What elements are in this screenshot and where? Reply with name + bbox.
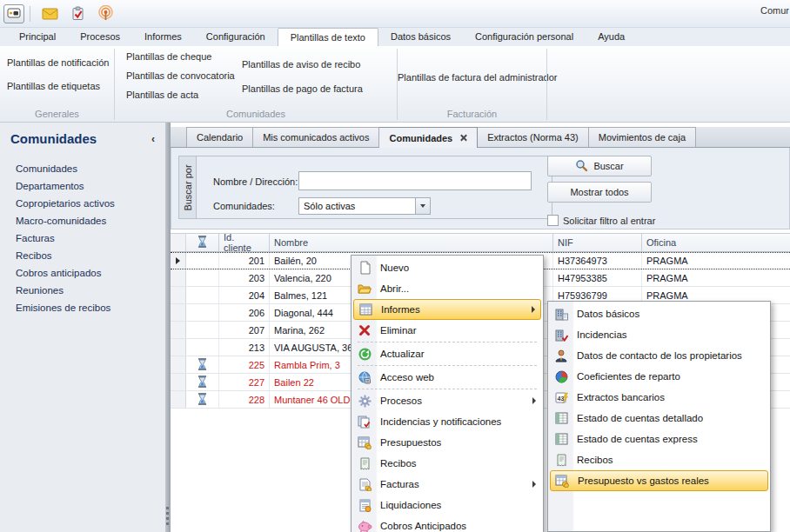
filter-on-enter-checkbox[interactable]	[547, 215, 559, 226]
sidebar-item-reuniones[interactable]: Reuniones	[0, 282, 165, 299]
menu-item-label: Coeficientes de reparto	[577, 371, 680, 382]
norma43-icon: 43	[553, 391, 569, 404]
doc-tab-mis-comunicados-activos[interactable]: Mis comunicados activos	[253, 127, 379, 147]
sidebar-item-recibos[interactable]: Recibos	[0, 247, 165, 264]
doc-tab-comunidades[interactable]: Comunidades	[379, 127, 478, 148]
grid-header-row: Id. cliente Nombre NIF Oficina	[171, 233, 790, 252]
sidebar-item-emisiones-de-recibos[interactable]: Emisiones de recibos	[0, 299, 165, 316]
submenu-item-incidencias[interactable]: Incidencias	[550, 324, 768, 345]
ribbon-group-generales: Plantillas de notificación Plantillas de…	[0, 46, 114, 122]
name-address-input[interactable]	[298, 171, 532, 190]
cell-oficina[interactable]: PRAGMA	[642, 253, 790, 269]
ribbon-item-plantillas-cheque[interactable]: Plantillas de cheque	[126, 51, 235, 62]
menu-item-label: Nuevo	[380, 263, 409, 273]
cell-id[interactable]: 213	[219, 339, 270, 356]
cell-nif[interactable]: H47953385	[553, 269, 642, 286]
doc-tab-calendario[interactable]: Calendario	[186, 127, 253, 147]
menu-item-presupuestos[interactable]: Presupuestos	[353, 432, 541, 453]
broadcast-icon[interactable]	[96, 4, 115, 23]
grid-header-id-cliente[interactable]: Id. cliente	[219, 234, 270, 251]
menu-item-informes[interactable]: Informes	[353, 299, 541, 320]
cell-id[interactable]: 201	[219, 253, 270, 269]
row-indicator	[171, 339, 186, 356]
sidebar-item-facturas[interactable]: Facturas	[0, 229, 165, 247]
show-all-button[interactable]: Mostrar todos	[547, 182, 652, 203]
menu-item-actualizar[interactable]: Actualizar	[353, 343, 541, 364]
ribbon-tab-plantillas-de-texto[interactable]: Plantillas de texto	[278, 28, 378, 46]
grid-header-pending[interactable]	[186, 234, 219, 251]
menu-item-eliminar[interactable]: Eliminar	[353, 320, 541, 341]
communities-dropdown[interactable]: Sólo activas	[298, 197, 431, 215]
application-window: Comur Principal Procesos Informes Config…	[0, 0, 790, 532]
menu-item-label: Estado de cuentas detallado	[577, 413, 703, 423]
row-indicator	[171, 391, 186, 408]
sidebar-item-cobros-anticipados[interactable]: Cobros anticipados	[0, 264, 165, 282]
ribbon-item-plantillas-notificacion[interactable]: Plantillas de notificación	[7, 57, 114, 68]
row-indicator	[171, 287, 186, 303]
ribbon-tab-ayuda[interactable]: Ayuda	[586, 28, 637, 46]
ribbon-tab-configuracion[interactable]: Configuración	[194, 28, 278, 46]
submenu-item-extractos-bancarios[interactable]: 43 Extractos bancarios	[550, 387, 768, 408]
ribbon-item-plantillas-aviso-recibo[interactable]: Plantillas de aviso de recibo	[242, 59, 363, 70]
ribbon-tab-datos-basicos[interactable]: Datos básicos	[378, 28, 463, 46]
submenu-item-estado-de-cuentas-express[interactable]: Estado de cuentas express	[550, 429, 768, 449]
sidebar-collapse-icon[interactable]: ‹	[151, 133, 155, 145]
grid-header-oficina[interactable]: Oficina	[642, 234, 790, 251]
menu-item-recibos[interactable]: Recibos	[353, 453, 541, 474]
sidebar-item-departamentos[interactable]: Departamentos	[0, 177, 165, 195]
sidebar-item-comunidades[interactable]: Comunidades	[0, 160, 165, 177]
doc-tab-movimientos-de-caja[interactable]: Movimientos de caja	[589, 127, 696, 147]
ribbon-tab-informes[interactable]: Informes	[132, 28, 194, 46]
menu-item-abrir[interactable]: Abrir...	[353, 278, 541, 299]
dropdown-arrow-button[interactable]	[415, 198, 430, 214]
cell-oficina[interactable]: PRAGMA	[642, 269, 790, 286]
menu-separator	[358, 389, 537, 389]
sidebar-item-copropietarios-activos[interactable]: Copropietarios activos	[0, 195, 165, 212]
cell-id[interactable]: 206	[219, 304, 270, 321]
menu-item-acceso-web[interactable]: Acceso web	[353, 367, 541, 388]
ribbon-tab-principal[interactable]: Principal	[7, 28, 68, 46]
menu-item-liquidaciones[interactable]: Liquidaciones	[353, 495, 541, 515]
tasks-icon[interactable]	[68, 4, 87, 23]
sidebar-item-macro-comunidades[interactable]: Macro-comunidades	[0, 212, 165, 229]
submenu-item-recibos[interactable]: Recibos	[550, 449, 768, 470]
submenu-item-estado-de-cuentas-detallado[interactable]: Estado de cuentas detallado	[550, 408, 768, 429]
ribbon-item-plantillas-pago-factura[interactable]: Plantillas de pago de factura	[242, 83, 363, 94]
cell-id[interactable]: 228	[219, 391, 270, 408]
ribbon-item-plantillas-etiquetas[interactable]: Plantillas de etiquetas	[7, 81, 114, 91]
submenu-item-presupuesto-vs-gastos-reales[interactable]: Presupuesto vs gastos reales	[550, 470, 768, 491]
grid-header-nombre[interactable]: Nombre	[270, 234, 553, 251]
mail-icon[interactable]	[40, 4, 59, 23]
cell-nif[interactable]: H37364973	[553, 253, 642, 269]
menu-item-label: Incidencias y notificaciones	[380, 416, 501, 427]
ribbon-tab-procesos[interactable]: Procesos	[68, 28, 132, 46]
doc-tab-extractos-norma-43[interactable]: Extractos (Norma 43)	[478, 127, 589, 147]
communities-label: Comunidades:	[213, 201, 275, 211]
cell-id[interactable]: 225	[219, 356, 270, 373]
cell-pending	[186, 253, 219, 269]
ribbon-item-plantillas-convocatoria[interactable]: Plantillas de convocatoria	[126, 70, 235, 81]
cell-id[interactable]: 203	[219, 269, 270, 286]
menu-item-procesos[interactable]: Procesos	[353, 390, 541, 411]
hourglass-icon	[198, 358, 207, 372]
invoice-icon	[357, 478, 372, 491]
submenu-item-datos-de-contacto-de-los-propietarios[interactable]: Datos de contacto de los propietarios	[550, 345, 768, 366]
ribbon-item-plantillas-factura-administrador[interactable]: Plantillas de factura del administrador	[398, 72, 546, 83]
cell-id[interactable]: 227	[219, 374, 270, 390]
ribbon-item-plantillas-acta[interactable]: Plantillas de acta	[126, 90, 235, 100]
search-button[interactable]: Buscar	[547, 156, 652, 176]
submenu-item-datos-basicos[interactable]: Datos básicos	[550, 303, 768, 324]
close-icon[interactable]	[459, 134, 467, 142]
grid-header-nif[interactable]: NIF	[553, 234, 642, 251]
budget-table-icon	[357, 436, 372, 449]
delete-icon	[357, 324, 372, 336]
cell-id[interactable]: 207	[219, 322, 270, 338]
menu-item-incidencias-y-notificaciones[interactable]: Incidencias y notificaciones	[353, 411, 541, 432]
submenu-item-coeficientes-de-reparto[interactable]: Coeficientes de reparto	[550, 366, 768, 387]
app-menu-button[interactable]	[3, 4, 24, 23]
menu-item-cobros-anticipados[interactable]: Cobros Anticipados	[353, 515, 541, 532]
ribbon-tab-configuracion-personal[interactable]: Configuración personal	[463, 28, 586, 46]
cell-id[interactable]: 204	[219, 287, 270, 303]
menu-item-facturas[interactable]: Facturas	[353, 474, 541, 495]
menu-item-nuevo[interactable]: Nuevo	[353, 257, 541, 278]
